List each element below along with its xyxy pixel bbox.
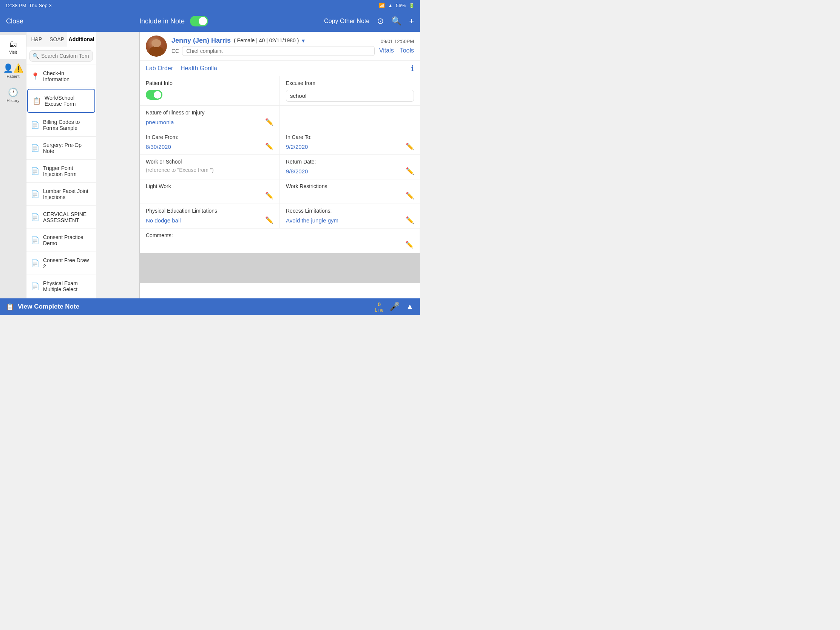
include-note-toggle[interactable] [190, 16, 208, 27]
sidebar-item-visit[interactable]: 🗂 Visit [0, 35, 26, 59]
list-item[interactable]: 📄 Trigger Point Injection Form [27, 160, 96, 183]
list-item[interactable]: 📄 CERVICAL SPINE ASSESSMENT [27, 206, 96, 229]
sidebar: H&P SOAP Additional 🔍 📍 [27, 32, 96, 298]
document-icon: 📄 [31, 190, 39, 198]
health-gorilla-link[interactable]: Health Gorilla [180, 65, 217, 72]
list-item[interactable]: 📄 Physical Exam Multiple Select [27, 275, 96, 298]
sidebar-item-patient[interactable]: 👤⚠️ Patient [0, 59, 26, 83]
cc-row: CC [172, 46, 375, 56]
avatar [146, 35, 167, 57]
scroll-up-icon[interactable]: ▲ [406, 302, 414, 312]
nature-label: Nature of Illness or Injury [146, 109, 273, 115]
work-school-sub: (reference to "Excuse from ") [146, 167, 273, 173]
view-complete-button[interactable]: 📋 View Complete Note [6, 303, 79, 311]
list-item[interactable]: 📋 Work/School Excuse Form [27, 89, 95, 113]
wifi-icon: 📶 [379, 3, 385, 8]
phys-ed-label: Physical Education Limitations [146, 208, 273, 214]
list-item[interactable]: 📄 Billing Codes to Forms Sample [27, 114, 96, 137]
patient-info-cell: Patient Info [140, 76, 280, 106]
form-grid: Patient Info Excuse from Nature of Illne… [140, 76, 420, 253]
tools-button[interactable]: Tools [400, 47, 414, 54]
in-care-to-cell: In Care To: 9/2/2020 ✏️ [280, 130, 420, 155]
tab-soap[interactable]: SOAP [47, 32, 67, 47]
document-filled-icon: 📋 [33, 97, 41, 105]
return-date-edit-icon[interactable]: ✏️ [406, 167, 414, 175]
list-item[interactable]: 📄 Surgery: Pre-Op Note [27, 137, 96, 160]
nature-value: pneumonia [146, 119, 174, 125]
work-school-label: Work or School [146, 159, 273, 165]
chevron-down-icon[interactable]: ▾ [302, 37, 305, 44]
gray-bottom-area [140, 253, 420, 283]
patient-name: Jenny (Jen) Harris [172, 36, 231, 44]
light-work-cell: Light Work ✏️ [140, 179, 280, 204]
patient-info-toggle[interactable] [146, 90, 163, 100]
list-item[interactable]: 📄 Consent Free Draw 2 [27, 252, 96, 275]
chief-complaint-input[interactable] [182, 46, 375, 56]
copy-other-button[interactable]: Copy Other Note [324, 18, 369, 25]
in-care-from-edit-icon[interactable]: ✏️ [265, 142, 273, 151]
sub-links: Lab Order Health Gorilla ℹ [140, 61, 420, 76]
document-icon: 📄 [31, 167, 39, 175]
in-care-from-label: In Care From: [146, 134, 273, 140]
close-button[interactable]: Close [6, 17, 24, 25]
visit-icon: 🗂 [9, 39, 17, 49]
lab-order-link[interactable]: Lab Order [146, 65, 173, 72]
tab-hp[interactable]: H&P [27, 32, 47, 47]
patient-header-right: 09/01 12:50PM Vitals Tools [379, 38, 414, 54]
search-input[interactable] [30, 50, 93, 62]
document-icon: 📄 [31, 282, 39, 291]
work-restrictions-edit-icon[interactable]: ✏️ [406, 191, 414, 200]
note-icon: 📋 [6, 303, 14, 311]
patient-info-label: Patient Info [146, 80, 273, 86]
return-date-label: Return Date: [286, 159, 414, 165]
list-item[interactable]: 📄 Lumbar Facet Joint Injections [27, 183, 96, 206]
work-restrictions-label: Work Restrictions [286, 183, 414, 189]
sidebar-item-history[interactable]: 🕐 History [0, 83, 26, 107]
status-indicators: 📶 ▲ 56% 🔋 [379, 3, 415, 8]
more-options-icon[interactable]: ⊙ [377, 16, 384, 26]
document-icon: 📄 [31, 259, 39, 267]
document-icon: 📄 [31, 236, 39, 245]
in-care-to-label: In Care To: [286, 134, 414, 140]
light-work-edit-icon[interactable]: ✏️ [265, 191, 273, 200]
empty-cell [280, 106, 420, 130]
template-list: 📍 Check-In Information 📋 Work/School Exc… [27, 65, 96, 298]
visit-time: 09/01 12:50PM [381, 38, 414, 44]
battery-icon: 🔋 [409, 3, 415, 8]
in-care-to-edit-icon[interactable]: ✏️ [406, 142, 414, 151]
patient-details: ( Female | 40 | 02/11/1980 ) [234, 37, 299, 43]
phys-ed-edit-icon[interactable]: ✏️ [265, 216, 273, 224]
location-icon: 📍 [31, 72, 39, 81]
content-area: Jenny (Jen) Harris ( Female | 40 | 02/11… [140, 32, 420, 298]
recess-value: Avoid the jungle gym [286, 217, 338, 224]
document-icon: 📄 [31, 213, 39, 221]
work-restrictions-cell: Work Restrictions ✏️ [280, 179, 420, 204]
return-date-cell: Return Date: 9/8/2020 ✏️ [280, 155, 420, 179]
search-icon[interactable]: 🔍 [391, 16, 401, 26]
list-item[interactable]: 📄 Consent Practice Demo [27, 229, 96, 252]
microphone-icon[interactable]: 🎤 [389, 302, 399, 312]
excuse-from-input[interactable] [286, 90, 414, 102]
nature-illness-cell: Nature of Illness or Injury pneumonia ✏️ [140, 106, 280, 130]
battery-indicator: 56% [396, 3, 406, 8]
excuse-from-cell: Excuse from [280, 76, 420, 106]
header-actions: Vitals Tools [379, 47, 414, 54]
recess-cell: Recess Limitations: Avoid the jungle gym… [280, 204, 420, 229]
list-item[interactable]: 📄 Trigger Point Injection Form [27, 298, 96, 298]
add-icon[interactable]: + [409, 16, 414, 26]
recess-edit-icon[interactable]: ✏️ [406, 216, 414, 224]
list-item[interactable]: 📍 Check-In Information [27, 65, 96, 88]
status-time: 12:38 PM Thu Sep 3 [5, 3, 52, 8]
info-icon[interactable]: ℹ [411, 64, 414, 73]
patient-icon: 👤⚠️ [3, 63, 24, 73]
comments-edit-icon[interactable]: ✏️ [405, 241, 414, 249]
nature-edit-icon[interactable]: ✏️ [265, 118, 273, 126]
in-care-from-value: 8/30/2020 [146, 144, 171, 150]
work-school-cell: Work or School (reference to "Excuse fro… [140, 155, 280, 179]
patient-header: Jenny (Jen) Harris ( Female | 40 | 02/11… [140, 32, 420, 61]
vitals-button[interactable]: Vitals [379, 47, 394, 54]
history-icon: 🕐 [8, 88, 18, 98]
search-area: 🔍 [27, 47, 96, 65]
tab-additional[interactable]: Additional [67, 32, 96, 47]
note-tabs: H&P SOAP Additional [27, 32, 96, 47]
